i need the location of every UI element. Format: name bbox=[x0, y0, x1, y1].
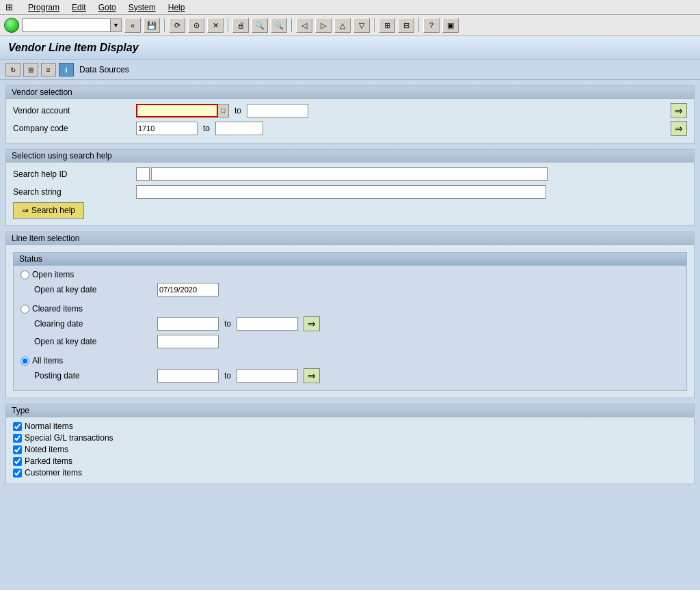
search-help-id-input[interactable] bbox=[151, 167, 548, 181]
toolbar-sep-5 bbox=[418, 18, 419, 32]
search-help-body: Search help ID Search string ⇒ Search he… bbox=[6, 163, 694, 225]
clearing-date-input[interactable] bbox=[157, 317, 219, 331]
menu-edit[interactable]: Edit bbox=[72, 3, 86, 12]
menu-goto[interactable]: Goto bbox=[98, 3, 116, 12]
search-help-button[interactable]: ⇒ Search help bbox=[13, 202, 84, 219]
all-items-radio[interactable] bbox=[21, 357, 29, 365]
sub-toolbar-refresh-btn[interactable]: ↻ bbox=[5, 63, 21, 77]
company-code-to-label: to bbox=[203, 124, 210, 133]
cleared-items-radio-row: Cleared items bbox=[21, 304, 679, 314]
window-btn-2[interactable]: ⊟ bbox=[398, 18, 414, 33]
parked-items-checkbox[interactable] bbox=[13, 457, 22, 466]
screen-btn[interactable]: ▣ bbox=[442, 18, 459, 33]
special-gl-label[interactable]: Special G/L transactions bbox=[25, 433, 113, 443]
page-title: Vendor Line Item Display bbox=[8, 42, 139, 53]
search-help-id-check[interactable] bbox=[136, 167, 150, 181]
vendor-account-lookup-btn[interactable]: □ bbox=[218, 104, 229, 117]
line-item-section-body: Status Open items Open at key date bbox=[6, 245, 694, 398]
special-gl-checkbox[interactable] bbox=[13, 434, 22, 443]
all-items-radio-row: All items bbox=[21, 356, 679, 365]
page-title-bar: Vendor Line Item Display bbox=[0, 36, 700, 60]
posting-date-to-label: to bbox=[224, 371, 231, 380]
open-at-key-date-label: Open at key date bbox=[34, 285, 157, 294]
normal-items-label[interactable]: Normal items bbox=[25, 421, 73, 431]
menu-bar: ⊞ Program Edit Goto System Help bbox=[0, 0, 700, 15]
find-btn-1[interactable]: 🔍 bbox=[252, 18, 268, 33]
nav-next-btn[interactable]: ▷ bbox=[315, 18, 332, 33]
back-btn[interactable]: « bbox=[124, 18, 141, 33]
data-sources-label: Data Sources bbox=[79, 65, 129, 74]
search-help-btn-label: Search help bbox=[31, 206, 75, 215]
type-section: Type Normal items Special G/L transactio… bbox=[5, 404, 695, 484]
toolbar-sep-4 bbox=[374, 18, 375, 32]
company-code-input[interactable] bbox=[136, 122, 198, 135]
shortcut-btn-1[interactable]: ⟳ bbox=[169, 18, 185, 33]
vendor-account-input[interactable] bbox=[136, 104, 218, 117]
search-string-row: Search string bbox=[13, 184, 687, 199]
open-items-radio[interactable] bbox=[21, 271, 29, 279]
menu-program[interactable]: Program bbox=[28, 3, 59, 12]
status-sub-section: Status Open items Open at key date bbox=[13, 252, 687, 391]
vendor-selection-body: Vendor account □ to ⇒ Company code to ⇒ bbox=[6, 99, 694, 143]
toolbar-sep-3 bbox=[291, 18, 292, 32]
find-btn-2[interactable]: 🔍 bbox=[271, 18, 287, 33]
normal-items-checkbox[interactable] bbox=[13, 422, 22, 431]
customer-items-label[interactable]: Customer items bbox=[25, 468, 82, 478]
line-item-section: Line item selection Status Open items Op… bbox=[5, 232, 695, 398]
print-btn[interactable]: 🖨 bbox=[232, 18, 249, 33]
command-dropdown-btn[interactable]: ▼ bbox=[111, 18, 122, 32]
window-btn-1[interactable]: ⊞ bbox=[379, 18, 395, 33]
search-help-btn-row: ⇒ Search help bbox=[13, 202, 687, 219]
parked-items-row: Parked items bbox=[13, 456, 687, 466]
status-header: Status bbox=[14, 253, 686, 266]
toolbar-sep-2 bbox=[228, 18, 228, 32]
nav-prev-btn[interactable]: ◁ bbox=[296, 18, 312, 33]
company-code-nav-btn[interactable]: ⇒ bbox=[671, 121, 687, 136]
parked-items-label[interactable]: Parked items bbox=[25, 456, 72, 466]
sub-toolbar-info-btn[interactable]: ℹ bbox=[59, 63, 74, 77]
nav-down-btn[interactable]: ▽ bbox=[353, 18, 370, 33]
clearing-date-to-input[interactable] bbox=[237, 317, 298, 331]
toolbar: ▼ « 💾 ⟳ ⊙ ✕ 🖨 🔍 🔍 ◁ ▷ △ ▽ ⊞ ⊟ ? ▣ bbox=[0, 15, 700, 36]
open-items-label[interactable]: Open items bbox=[32, 270, 74, 279]
search-string-label: Search string bbox=[13, 187, 136, 197]
command-input[interactable] bbox=[22, 18, 111, 32]
posting-date-nav-btn[interactable]: ⇒ bbox=[304, 368, 320, 383]
vendor-account-nav-btn[interactable]: ⇒ bbox=[671, 103, 687, 118]
noted-items-checkbox[interactable] bbox=[13, 445, 22, 454]
all-items-label[interactable]: All items bbox=[32, 356, 63, 365]
menu-help[interactable]: Help bbox=[168, 3, 185, 12]
open-at-key-date-row: Open at key date bbox=[34, 282, 679, 297]
search-help-section-header: Selection using search help bbox=[6, 150, 694, 163]
vendor-account-input-group: □ bbox=[136, 104, 229, 117]
customer-items-checkbox[interactable] bbox=[13, 469, 22, 478]
line-item-section-header: Line item selection bbox=[6, 232, 694, 245]
shortcut-btn-2[interactable]: ⊙ bbox=[188, 18, 204, 33]
cleared-items-radio[interactable] bbox=[21, 305, 29, 314]
cleared-items-label[interactable]: Cleared items bbox=[32, 304, 83, 314]
noted-items-label[interactable]: Noted items bbox=[25, 445, 68, 454]
main-content: Vendor Line Item Display ↻ ⊞ ≡ ℹ Data So… bbox=[0, 36, 700, 590]
customer-items-row: Customer items bbox=[13, 468, 687, 478]
open-at-key-date-input[interactable] bbox=[157, 283, 219, 296]
nav-up-btn[interactable]: △ bbox=[334, 18, 351, 33]
help-btn[interactable]: ? bbox=[423, 18, 440, 33]
execute-icon[interactable] bbox=[4, 18, 19, 33]
clearing-date-nav-btn[interactable]: ⇒ bbox=[304, 316, 320, 331]
sub-toolbar-grid-btn[interactable]: ⊞ bbox=[23, 63, 38, 77]
menu-system[interactable]: System bbox=[129, 3, 156, 12]
search-string-input[interactable] bbox=[136, 185, 546, 199]
toolbar-sep-1 bbox=[164, 18, 165, 32]
shortcut-btn-3[interactable]: ✕ bbox=[207, 18, 224, 33]
vendor-account-to-input[interactable] bbox=[247, 104, 308, 117]
cleared-open-at-key-date-row: Open at key date bbox=[34, 334, 679, 349]
posting-date-input[interactable] bbox=[157, 369, 219, 383]
posting-date-label: Posting date bbox=[34, 371, 157, 380]
company-code-to-input[interactable] bbox=[215, 122, 263, 135]
save-btn[interactable]: 💾 bbox=[144, 18, 160, 33]
search-help-section: Selection using search help Search help … bbox=[5, 149, 695, 226]
sub-toolbar-list-btn[interactable]: ≡ bbox=[41, 63, 56, 77]
posting-date-to-input[interactable] bbox=[237, 369, 298, 383]
cleared-open-at-key-date-input[interactable] bbox=[157, 335, 219, 348]
search-help-btn-icon: ⇒ bbox=[22, 206, 29, 215]
